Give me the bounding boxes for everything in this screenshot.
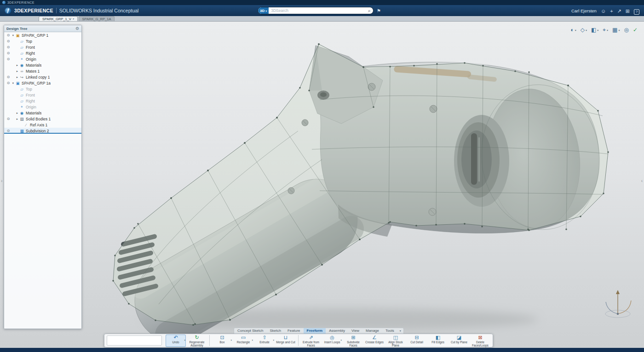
eye-icon[interactable]: ⊙ xyxy=(6,81,11,85)
chevron-down-icon[interactable]: ▾ xyxy=(597,28,598,32)
delete-faces-loops-button[interactable]: ⊠Delete Faces/Loops xyxy=(470,335,490,347)
align-stock-plane-button[interactable]: ◫Align Stock Plane xyxy=(385,335,406,347)
tree-item-ref-axis-1[interactable]: ⊙∕Ref Axis 1 xyxy=(4,122,81,128)
eye-icon[interactable]: ⊙ xyxy=(6,39,11,43)
chevron-down-icon[interactable]: ▾ xyxy=(340,339,342,341)
chevron-down-icon[interactable]: ▾ xyxy=(184,339,185,341)
tree-item-spark-grp-1a[interactable]: ⊙▾▣SPARK_GRP 1a xyxy=(4,80,81,86)
eye-icon[interactable]: ⊙ xyxy=(6,45,11,49)
chevron-down-icon[interactable]: ▾ xyxy=(252,339,253,341)
expand-arrow-icon[interactable]: ▸ xyxy=(15,111,19,115)
tree-item-spark-grp-1[interactable]: ⊙▾▣SPARK_GRP 1 xyxy=(4,32,81,38)
help-icon[interactable]: ? xyxy=(634,9,639,15)
insert-loops-button[interactable]: ◎Insert Loops▾ xyxy=(322,335,342,347)
expand-arrow-icon[interactable]: ▾ xyxy=(11,81,15,85)
document-tab-spark-grp-1-v[interactable]: SPARK_GRP_1_V▾ xyxy=(39,16,78,21)
rectangle-button[interactable]: ▭Rectangle▾ xyxy=(233,335,253,347)
eye-icon[interactable]: ⊙ xyxy=(6,33,11,37)
tree-item-right[interactable]: ⊙▱Right xyxy=(4,98,81,104)
expand-arrow-icon[interactable]: ▸ xyxy=(15,75,19,79)
subdivide-faces-button[interactable]: ⊞Subdivide Faces xyxy=(343,335,363,347)
tree-item-solid-bodies-1[interactable]: ⊙▸▤Solid Bodies 1 xyxy=(4,116,81,122)
search-icon[interactable]: ⌕ xyxy=(366,7,373,14)
eye-icon[interactable]: ⊙ xyxy=(6,57,11,61)
ribbon-tabs-overflow[interactable]: ▾ xyxy=(397,328,403,334)
update-button[interactable]: ✓ xyxy=(633,27,638,33)
cut-detail-button[interactable]: ⊟Cut Detail xyxy=(407,335,427,347)
tree-item-front[interactable]: ⊙▱Front xyxy=(4,92,81,98)
tree-item-label: SPARK_GRP 1 xyxy=(22,33,48,38)
add-contact-icon[interactable]: ☺ xyxy=(601,8,606,14)
undo-button[interactable]: ↶Undo▾ xyxy=(166,335,186,347)
tree-item-subdivision-2[interactable]: ⊙▦Subdivision 2 xyxy=(4,128,81,134)
tree-item-materials[interactable]: ⊙▸◉Materials xyxy=(4,62,81,68)
cut-by-plane-button[interactable]: ◪Cut by Plane xyxy=(449,335,469,347)
tree-item-materials[interactable]: ⊙▸◉Materials xyxy=(4,110,81,116)
extrude-button[interactable]: ⇧Extrude▾ xyxy=(254,335,275,347)
chevron-down-icon[interactable]: ▾ xyxy=(607,28,608,32)
search-bar[interactable]: 3D ▾ ⌕ xyxy=(258,7,374,14)
tree-item-linked-copy-1[interactable]: ⊙▸↪Linked copy 1 xyxy=(4,74,81,80)
regenerate-assembly-button[interactable]: ↻Regenerate Assembly xyxy=(187,335,207,347)
box-button[interactable]: ⊡Box▾ xyxy=(212,335,232,347)
right-panel-chevron[interactable]: ‹ xyxy=(641,178,643,183)
left-panel-chevron[interactable]: › xyxy=(1,178,2,183)
snapshot-button[interactable]: ◎ xyxy=(624,27,628,33)
command-area[interactable] xyxy=(107,335,162,346)
app-icon xyxy=(2,1,6,4)
tab-freeform[interactable]: Freeform xyxy=(304,328,326,334)
tree-item-right[interactable]: ⊙▱Right xyxy=(4,50,81,56)
tree-item-front[interactable]: ⊙▱Front xyxy=(4,44,81,50)
tree-item-top[interactable]: ⊙▱Top xyxy=(4,86,81,92)
tree-item-mates-1[interactable]: ⊙▸∞Mates 1 xyxy=(4,68,81,74)
tag-icon[interactable]: ⚑ xyxy=(377,8,381,13)
tree-item-top[interactable]: ⊙▱Top xyxy=(4,38,81,44)
document-tab-spark-g-rp-1a[interactable]: SPARK_G_RP_1A xyxy=(79,16,115,21)
expand-arrow-icon[interactable]: ▸ xyxy=(15,69,19,73)
eye-icon[interactable]: ⊙ xyxy=(6,75,11,79)
share-icon[interactable]: ↗ xyxy=(617,8,621,14)
expand-arrow-icon[interactable]: ▾ xyxy=(11,34,15,37)
tab-tools[interactable]: Tools xyxy=(382,328,397,334)
eye-icon[interactable]: ⊙ xyxy=(6,129,11,133)
viewport-3d[interactable]: Design Tree ⚙ ⊙▾▣SPARK_GRP 1⊙▱Top⊙▱Front… xyxy=(0,22,644,348)
shaded-view-button[interactable]: ◐▾ xyxy=(570,27,576,33)
subdivision-cage[interactable] xyxy=(113,44,608,325)
chevron-down-icon[interactable]: ▾ xyxy=(575,28,576,32)
tab-manage[interactable]: Manage xyxy=(362,328,382,334)
user-name[interactable]: Carl Ejersten xyxy=(571,8,597,13)
search-input[interactable] xyxy=(269,8,366,13)
model-canvas[interactable] xyxy=(0,22,644,348)
compass-logo[interactable] xyxy=(5,7,12,14)
view-triad[interactable] xyxy=(602,285,634,321)
tab-sketch[interactable]: Sketch xyxy=(266,328,284,334)
display-style-button[interactable]: ◇▾ xyxy=(581,27,587,33)
search-scope-badge[interactable]: 3D ▾ xyxy=(258,7,269,14)
tab-concept-sketch[interactable]: Concept Sketch xyxy=(234,328,266,334)
section-view-button[interactable]: ◧▾ xyxy=(591,27,598,33)
crease-edges-button[interactable]: ∠Crease Edges xyxy=(364,335,385,347)
expand-arrow-icon[interactable]: ▸ xyxy=(15,117,19,121)
view-orientation-button[interactable]: ⌖▾ xyxy=(603,27,608,33)
button-label: Merge and Cut xyxy=(276,341,296,344)
eye-icon[interactable]: ⊙ xyxy=(6,51,11,55)
scene-button[interactable]: ▦▾ xyxy=(612,27,620,33)
chevron-down-icon[interactable]: ▾ xyxy=(618,28,620,32)
design-tree-header[interactable]: Design Tree ⚙ xyxy=(4,25,81,32)
fill-edges-button[interactable]: ◧Fill Edges xyxy=(428,335,448,347)
tree-item-origin[interactable]: ⊙⌖Origin xyxy=(4,56,81,62)
gear-icon[interactable]: ⚙ xyxy=(75,26,79,31)
add-icon[interactable]: + xyxy=(610,8,613,14)
merge-and-cut-button[interactable]: ⊔Merge and Cut xyxy=(276,335,296,347)
apps-grid-icon[interactable]: ⊞ xyxy=(626,8,630,14)
expand-arrow-icon[interactable]: ▸ xyxy=(15,63,19,67)
tab-feature[interactable]: Feature xyxy=(284,328,304,334)
eye-icon[interactable]: ⊙ xyxy=(6,117,11,121)
tree-item-origin[interactable]: ⊙⌖Origin xyxy=(4,104,81,110)
chevron-down-icon[interactable]: ▾ xyxy=(230,339,232,341)
chevron-down-icon[interactable]: ▾ xyxy=(273,339,274,341)
tab-view[interactable]: View xyxy=(348,328,362,334)
tab-assembly[interactable]: Assembly xyxy=(326,328,348,334)
chevron-down-icon[interactable]: ▾ xyxy=(586,28,587,32)
extrude-from-faces-button[interactable]: ⇗Extrude from Faces xyxy=(301,335,321,347)
